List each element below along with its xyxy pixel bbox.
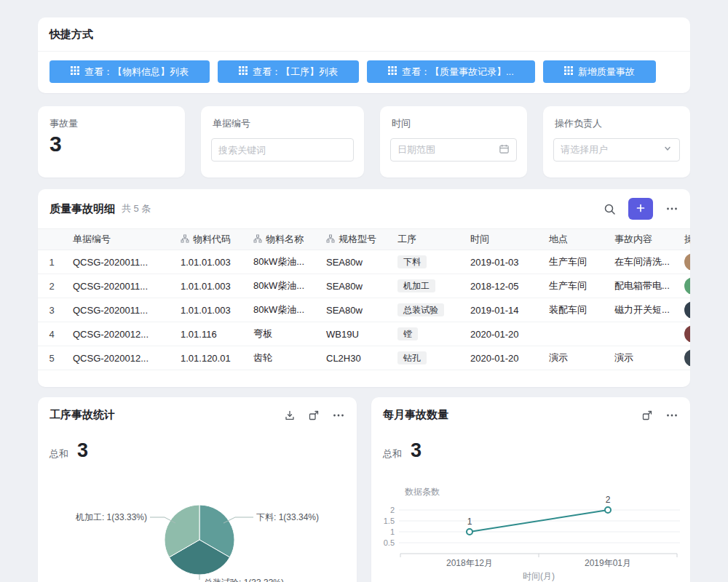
filter-row: 事故量 3 单据编号 时间 日期范围 操作负责人 请选择用户 (38, 106, 690, 178)
column-header[interactable] (38, 229, 66, 250)
line-card-title: 每月事故数量 (383, 408, 448, 422)
column-header-label: 时间 (470, 234, 489, 244)
shortcut-button-label: 查看：【质量事故记录】... (402, 65, 514, 79)
more-options-icon[interactable] (665, 409, 678, 422)
column-header-label: 规格型号 (339, 234, 376, 244)
table-cell (681, 322, 690, 346)
table-cell: 2 (38, 274, 66, 298)
apps-grid-icon (564, 66, 573, 77)
process-tag: 机加工 (397, 279, 435, 292)
shortcut-button-2[interactable]: 查看：【质量事故记录】... (367, 60, 535, 83)
x-tick-label: 2019年01月 (585, 558, 631, 568)
column-header[interactable]: 时间 (463, 229, 542, 250)
x-axis-title: 时间(月) (523, 571, 555, 581)
column-header-label: 单据编号 (73, 234, 111, 244)
table-cell: SEA80w (319, 274, 390, 298)
table-cell: 机加工 (390, 274, 463, 298)
doc-no-filter-card: 单据编号 (201, 106, 364, 178)
table-cell (681, 250, 690, 274)
pie-total-value: 3 (77, 439, 88, 462)
expand-icon[interactable] (308, 410, 320, 421)
column-header[interactable]: 工序 (390, 229, 463, 250)
column-header[interactable]: 规格型号 (319, 229, 390, 250)
avatar (684, 325, 690, 343)
column-header[interactable]: 物料名称 (246, 229, 319, 250)
table-row[interactable]: 2QCSG-2020011...1.01.01.00380kW柴油...SEA8… (38, 274, 690, 298)
avatar (684, 253, 690, 271)
shortcut-button-1[interactable]: 查看：【工序】列表 (218, 60, 359, 83)
incident-table-title: 质量事故明细 (50, 202, 115, 216)
table-cell: 弯板 (246, 322, 319, 346)
incident-table-count: 共 5 条 (122, 202, 151, 215)
table-cell: 5 (38, 346, 66, 370)
column-header-label: 物料名称 (266, 234, 304, 244)
table-cell: 生产车间 (542, 274, 607, 298)
incident-table: 单据编号物料代码物料名称规格型号工序时间地点事故内容操作负责人1QCSG-202… (38, 228, 690, 370)
table-cell: 2020-01-20 (463, 322, 542, 346)
data-label: 1 (467, 517, 472, 527)
shortcuts-card-header: 快捷方式 (38, 17, 690, 52)
shortcut-button-0[interactable]: 查看：【物料信息】列表 (50, 60, 210, 83)
table-cell: 齿轮 (246, 346, 319, 370)
line-card-header: 每月事故数量 (371, 397, 690, 422)
monthly-count-card: 每月事故数量 总和 3 数据条数 0.511.5212018年12月22019年… (371, 397, 690, 582)
column-header[interactable]: 单据编号 (66, 229, 173, 250)
incident-count-label: 事故量 (38, 106, 185, 130)
column-header[interactable]: 地点 (542, 229, 607, 250)
line-chart: 数据条数 0.511.5212018年12月22019年01月 时间(月) (371, 477, 690, 582)
expand-icon[interactable] (641, 410, 653, 421)
export-icon[interactable] (284, 410, 296, 421)
more-options-icon[interactable] (665, 202, 678, 215)
column-header[interactable]: 物料代码 (173, 229, 246, 250)
table-cell (542, 322, 607, 346)
shortcut-button-label: 新增质量事故 (578, 65, 635, 79)
data-point (605, 507, 611, 513)
table-cell: 镗 (390, 322, 463, 346)
column-header[interactable]: 操作负责人 (681, 229, 690, 250)
table-cell: 下料 (390, 250, 463, 274)
doc-no-search-input[interactable] (218, 145, 347, 156)
date-range-picker[interactable]: 日期范围 (390, 138, 517, 162)
column-header[interactable]: 事故内容 (607, 229, 681, 250)
column-header-label: 地点 (549, 234, 568, 244)
calendar-icon (499, 143, 510, 157)
table-cell: 80kW柴油... (246, 250, 319, 274)
linked-field-icon (181, 234, 193, 244)
user-select[interactable]: 请选择用户 (553, 138, 680, 162)
table-cell: 4 (38, 322, 66, 346)
shortcut-button-label: 查看：【物料信息】列表 (84, 65, 189, 79)
table-row[interactable]: 4QCSG-2020012...1.01.116弯板WB19U镗2020-01-… (38, 322, 690, 346)
chevron-down-icon (662, 143, 673, 156)
shortcut-button-3[interactable]: 新增质量事故 (543, 60, 656, 83)
table-cell: QCSG-2020011... (66, 298, 173, 322)
table-cell (681, 274, 690, 298)
doc-no-search-box[interactable] (211, 138, 354, 162)
y-axis-title: 数据条数 (405, 487, 440, 497)
table-cell: QCSG-2020012... (66, 322, 173, 346)
pie-chart: 机加工: 1(33.33%) 下料: 1(33.34%) 总装试验: 1(33.… (38, 477, 357, 582)
table-cell: 1.01.01.003 (173, 274, 246, 298)
y-tick-label: 1 (390, 527, 395, 536)
shortcut-button-row: 查看：【物料信息】列表查看：【工序】列表查看：【质量事故记录】...新增质量事故 (38, 52, 690, 83)
search-icon[interactable] (604, 203, 616, 215)
column-header-label: 事故内容 (614, 234, 652, 244)
table-cell: SEA80w (319, 250, 390, 274)
table-row[interactable]: 3QCSG-2020011...1.01.01.00380kW柴油...SEA8… (38, 298, 690, 322)
table-cell: 1.01.116 (173, 322, 246, 346)
table-cell: 钻孔 (390, 346, 463, 370)
data-point (467, 529, 472, 535)
shortcut-button-label: 查看：【工序】列表 (253, 65, 338, 79)
more-options-icon[interactable] (332, 409, 345, 422)
add-record-button[interactable] (628, 198, 653, 220)
table-cell: 配电箱带电... (607, 274, 681, 298)
table-cell: 2020-01-20 (463, 346, 542, 370)
table-cell: 1 (38, 250, 66, 274)
line-card-actions (641, 409, 678, 422)
avatar (684, 277, 690, 295)
date-filter-label: 时间 (380, 106, 527, 130)
table-row[interactable]: 5QCSG-2020012...1.01.120.01齿轮CL2H30钻孔202… (38, 346, 690, 370)
pie-card-actions (284, 409, 345, 422)
table-row[interactable]: 1QCSG-2020011...1.01.01.00380kW柴油...SEA8… (38, 250, 690, 274)
pie-card-header: 工序事故统计 (38, 397, 357, 422)
table-cell: 2018-12-05 (463, 274, 542, 298)
